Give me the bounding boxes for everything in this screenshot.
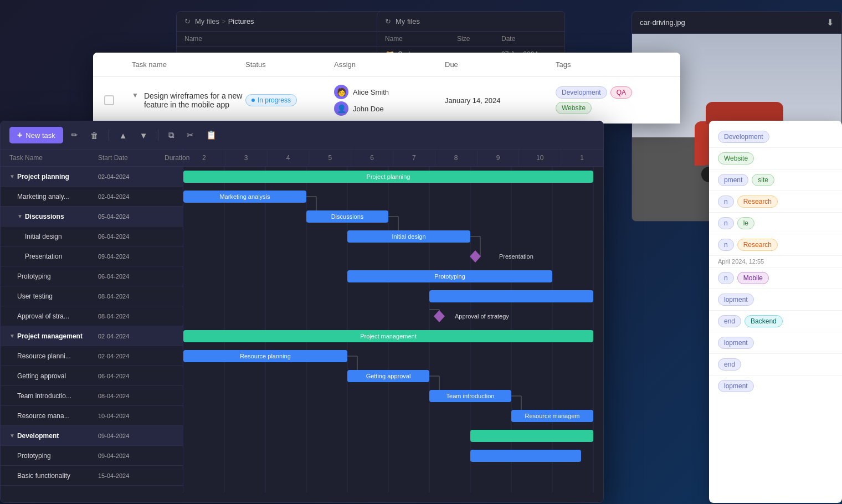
gantt-row-finalizing[interactable]: Finalizing MVA 30-04-2024 15 bbox=[1, 486, 183, 492]
task-expand-icon[interactable]: ▼ bbox=[132, 91, 138, 99]
milestone-presentation[interactable] bbox=[470, 250, 481, 263]
tags-panel-tag-web-1[interactable]: Website bbox=[718, 152, 754, 164]
copy-button[interactable]: ⧉ bbox=[164, 127, 179, 143]
tags-row-4: n Research bbox=[709, 191, 842, 213]
task-detail-panel: Task name Status Assign Due Tags ▼ Desig… bbox=[93, 53, 680, 124]
bar-prototyping-2[interactable] bbox=[470, 450, 581, 462]
expand-proj-mgmt[interactable]: ▼ bbox=[9, 333, 15, 339]
gantt-row-resource-mgmt[interactable]: Resource mana... 10-04-2024 2 bbox=[1, 406, 183, 426]
row-date-proj-mgmt: 02-04-2024 bbox=[98, 333, 165, 340]
row-name-development: ▼ Development bbox=[9, 432, 98, 440]
gantt-row-getting-approval[interactable]: Getting approval 06-04-2024 2 bbox=[1, 366, 183, 386]
row-name-team-intro: Team introductio... bbox=[9, 392, 98, 400]
task-name-text: Design wireframes for a new feature in t… bbox=[144, 91, 245, 109]
tags-panel-tag-dev-8[interactable]: end bbox=[718, 315, 741, 327]
tags-panel-tag-dev-2[interactable]: pment bbox=[718, 174, 748, 186]
tags-row-9: lopment bbox=[709, 289, 842, 311]
row-name-proj-mgmt: ▼ Project management bbox=[9, 332, 98, 340]
gantt-row-project-planning[interactable]: ▼ Project planning 02-04-2024 15 bbox=[1, 167, 183, 187]
assignee-avatar-1: 🧑 bbox=[334, 85, 348, 99]
delete-button[interactable]: 🗑 bbox=[86, 128, 103, 143]
fm-refresh-icon-1[interactable]: ↻ bbox=[184, 17, 191, 25]
gantt-left-col: ▼ Project planning 02-04-2024 15 Marketi… bbox=[1, 167, 183, 492]
gantt-row-user-testing[interactable]: User testing 08-04-2024 9 bbox=[1, 286, 183, 306]
gantt-table-header: Task Name Start Date Duration 2 3 4 5 6 … bbox=[1, 150, 603, 167]
tags-panel-tag-research-1[interactable]: Research bbox=[737, 196, 778, 208]
tags-panel-tag-dev-10[interactable]: end bbox=[718, 358, 741, 371]
tags-panel-tag-dev-9[interactable]: lopment bbox=[718, 337, 754, 349]
row-name-basic-func: Basic functionality bbox=[9, 472, 98, 480]
gantt-row-prototyping-1[interactable]: Prototyping 06-04-2024 5 bbox=[1, 266, 183, 286]
day-col-6: 6 bbox=[351, 150, 393, 166]
tags-panel-tag-research-2[interactable]: Research bbox=[737, 239, 778, 251]
row-name-discussions: ▼ Discussions bbox=[9, 213, 98, 220]
gantt-row-initial-design[interactable]: Initial design 06-04-2024 3 bbox=[1, 227, 183, 246]
row-dur-user-testing: 9 bbox=[165, 293, 183, 300]
row-name-presentation: Presentation bbox=[9, 253, 98, 260]
row-date-getting-approval: 06-04-2024 bbox=[98, 373, 165, 379]
milestone-approval[interactable] bbox=[434, 310, 445, 322]
bar-label-resource-mgmt: Resource managem bbox=[525, 413, 579, 419]
tags-row-3: pment site bbox=[709, 169, 842, 191]
tags-panel-tag-web-3[interactable]: le bbox=[737, 217, 754, 229]
assignee-row-1: 🧑 Alice Smith bbox=[334, 85, 445, 99]
tags-panel-tag-backend[interactable]: Backend bbox=[745, 315, 783, 327]
gantt-row-approval[interactable]: Approval of stra... 08-04-2024 0 bbox=[1, 306, 183, 326]
gantt-row-discussions[interactable]: ▼ Discussions 05-04-2024 2 bbox=[1, 207, 183, 227]
task-due-date: January 14, 2024 bbox=[445, 96, 556, 105]
gantt-row-team-intro[interactable]: Team introductio... 08-04-2024 2 bbox=[1, 386, 183, 406]
row-name-project-planning: ▼ Project planning bbox=[9, 173, 98, 181]
bar-label-discussions: Discussions bbox=[331, 213, 364, 220]
car-download-icon[interactable]: ⬇ bbox=[826, 17, 834, 28]
gantt-row-prototyping-2[interactable]: Prototyping 09-04-2024 6 bbox=[1, 446, 183, 466]
tags-panel-tag-dev-6[interactable]: n bbox=[718, 272, 734, 284]
expand-project-planning[interactable]: ▼ bbox=[9, 173, 15, 179]
cut-button[interactable]: ✂ bbox=[182, 127, 198, 143]
fm-refresh-icon-2[interactable]: ↻ bbox=[385, 17, 391, 25]
bar-development[interactable] bbox=[470, 430, 593, 442]
row-dur-marketing: 3 bbox=[165, 193, 183, 200]
tags-panel-tag-dev-3[interactable]: n bbox=[718, 196, 734, 208]
gantt-row-proj-mgmt[interactable]: ▼ Project management 02-04-2024 10 bbox=[1, 326, 183, 346]
tags-panel-tag-dev-1[interactable]: Development bbox=[718, 131, 769, 143]
tags-panel-tag-dev-5[interactable]: n bbox=[718, 239, 734, 251]
fm-col-date-2: Date bbox=[501, 35, 557, 43]
new-task-button[interactable]: + New task bbox=[9, 127, 63, 143]
row-dur-project-planning: 15 bbox=[165, 173, 183, 180]
tags-row-1: Development bbox=[709, 126, 842, 148]
fm-current-1[interactable]: Pictures bbox=[228, 17, 254, 25]
row-name-resource-mgmt: Resource mana... bbox=[9, 412, 98, 420]
tags-panel-tag-dev-11[interactable]: lopment bbox=[718, 380, 754, 392]
bar-user-testing[interactable] bbox=[429, 290, 593, 302]
row-dur-finalizing: 15 bbox=[165, 492, 183, 493]
row-date-finalizing: 30-04-2024 bbox=[98, 492, 165, 493]
arrow-up-button[interactable]: ▲ bbox=[115, 128, 132, 143]
tags-row-5: n le bbox=[709, 213, 842, 234]
timestamp: April 2024, 12:55 bbox=[718, 258, 764, 265]
assignee-name-1: Alice Smith bbox=[353, 88, 389, 96]
arrow-down-button[interactable]: ▼ bbox=[135, 128, 152, 143]
tags-panel-tag-dev-4[interactable]: n bbox=[718, 217, 734, 229]
day-col-11: 1 bbox=[561, 150, 603, 166]
edit-button[interactable]: ✏ bbox=[66, 127, 83, 143]
tags-panel-tag-web-2[interactable]: site bbox=[752, 174, 774, 186]
tags-panel-tag-dev-7[interactable]: lopment bbox=[718, 294, 754, 306]
plus-icon: + bbox=[17, 130, 22, 140]
gantt-row-basic-func[interactable]: Basic functionality 15-04-2024 15 bbox=[1, 466, 183, 486]
task-status-badge: In progress bbox=[245, 94, 297, 106]
tags-panel-tag-mobile[interactable]: Mobile bbox=[737, 272, 769, 284]
fm-root-2[interactable]: My files bbox=[396, 17, 420, 25]
gantt-row-marketing[interactable]: Marketing analy... 02-04-2024 3 bbox=[1, 187, 183, 207]
expand-discussions[interactable]: ▼ bbox=[17, 213, 23, 219]
fm-root-1[interactable]: My files bbox=[195, 17, 219, 25]
expand-development[interactable]: ▼ bbox=[9, 433, 15, 439]
gantt-row-presentation[interactable]: Presentation 09-04-2024 0 bbox=[1, 246, 183, 266]
gantt-row-development[interactable]: ▼ Development 09-04-2024 36 bbox=[1, 426, 183, 446]
paste-button[interactable]: 📋 bbox=[202, 127, 221, 143]
gantt-col-startdate: Start Date bbox=[98, 154, 165, 162]
task-assignees: 🧑 Alice Smith 👤 John Doe bbox=[334, 85, 445, 116]
gantt-row-resource-planning[interactable]: Resource planni... 02-04-2024 4 bbox=[1, 346, 183, 366]
task-detail-row: ▼ Design wireframes for a new feature in… bbox=[93, 77, 680, 124]
task-checkbox[interactable] bbox=[104, 95, 114, 105]
tags-row-11: lopment bbox=[709, 332, 842, 354]
